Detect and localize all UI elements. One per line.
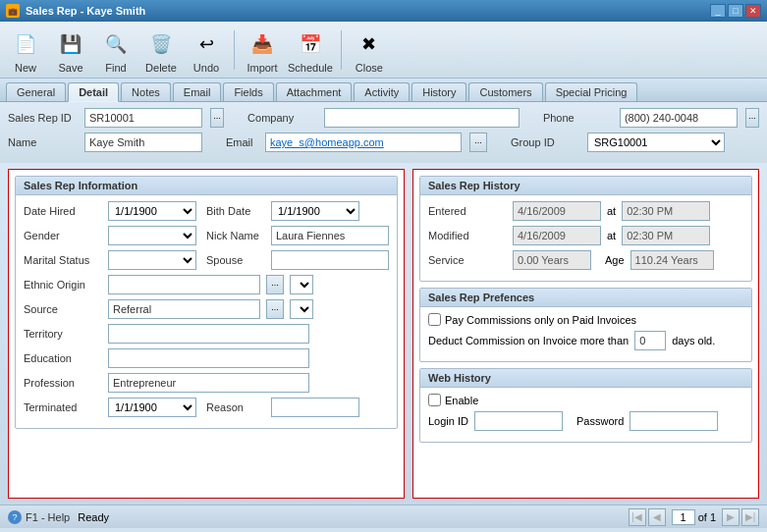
name-input[interactable] xyxy=(84,133,202,152)
name-label: Name xyxy=(8,136,77,148)
nick-name-input[interactable] xyxy=(271,226,389,245)
source-input[interactable] xyxy=(108,299,260,319)
nav-last-button[interactable]: ▶| xyxy=(741,508,759,526)
tab-fields[interactable]: Fields xyxy=(223,82,273,101)
modified-date-input xyxy=(513,226,601,245)
password-input[interactable] xyxy=(630,411,718,431)
status-bar: ? F1 - Help Ready |◀ ◀ of 1 ▶ ▶| xyxy=(0,505,767,528)
tab-detail[interactable]: Detail xyxy=(68,82,119,102)
spouse-label: Spouse xyxy=(206,254,265,266)
birth-date-label: Bith Date xyxy=(206,205,265,217)
maximize-button[interactable]: □ xyxy=(728,4,743,18)
tab-special-pricing[interactable]: Special Pricing xyxy=(545,82,638,101)
phone-dots-button[interactable]: ··· xyxy=(745,108,759,128)
tab-history[interactable]: History xyxy=(411,82,466,101)
email-label: Email xyxy=(226,136,257,148)
delete-button[interactable]: 🗑️ Delete xyxy=(141,28,181,74)
sales-rep-history-section: Sales Rep History Entered at Modified at… xyxy=(419,176,752,282)
main-content: Sales Rep Information Date Hired 1/1/190… xyxy=(0,163,767,505)
sales-rep-id-label: Sales Rep ID xyxy=(8,112,77,124)
undo-button[interactable]: ↩ Undo xyxy=(187,28,226,74)
phone-label: Phone xyxy=(543,112,612,124)
tab-email[interactable]: Email xyxy=(173,82,222,101)
entered-at-label: at xyxy=(607,205,616,217)
service-input xyxy=(513,250,591,270)
terminated-select[interactable]: 1/1/1900 xyxy=(108,398,196,417)
source-label: Source xyxy=(24,303,102,315)
modified-at-label: at xyxy=(607,230,616,241)
tab-general[interactable]: General xyxy=(6,82,66,101)
ethnic-origin-dots-button[interactable]: ··· xyxy=(266,275,284,294)
marital-status-label: Marital Status xyxy=(24,254,102,266)
gender-label: Gender xyxy=(24,230,102,241)
source-select[interactable]: ▼ xyxy=(290,299,313,319)
sales-rep-id-dots-button[interactable]: ··· xyxy=(210,108,224,128)
password-label: Password xyxy=(576,415,624,427)
sales-rep-id-input[interactable] xyxy=(84,108,202,128)
sales-rep-preferences-header: Sales Rep Prefences xyxy=(420,289,751,307)
reason-input[interactable] xyxy=(271,398,359,417)
ethnic-origin-select[interactable]: ▼ xyxy=(290,275,313,294)
reason-label: Reason xyxy=(206,401,265,413)
ethnic-origin-input[interactable] xyxy=(108,275,260,294)
email-dots-button[interactable]: ··· xyxy=(469,133,487,152)
marital-status-select[interactable] xyxy=(108,250,196,270)
web-history-section: Web History Enable Login ID Password xyxy=(419,368,752,443)
email-link[interactable]: kaye_s@homeapp.com xyxy=(265,133,462,152)
spouse-input[interactable] xyxy=(271,250,389,270)
nick-name-label: Nick Name xyxy=(206,230,265,241)
ethnic-origin-label: Ethnic Origin xyxy=(24,279,102,291)
page-total: 1 xyxy=(710,511,716,523)
territory-input[interactable] xyxy=(108,324,309,344)
close-toolbar-icon: ✖ xyxy=(354,28,385,60)
form-area: Sales Rep ID ··· Company Phone ··· Name … xyxy=(0,102,767,163)
save-button[interactable]: 💾 Save xyxy=(51,28,90,74)
navigation-controls: |◀ ◀ of 1 ▶ ▶| xyxy=(629,508,759,526)
new-button[interactable]: 📄 New xyxy=(6,28,45,74)
education-input[interactable] xyxy=(108,348,309,368)
new-icon: 📄 xyxy=(10,28,41,60)
app-icon: 💼 xyxy=(6,4,20,18)
minimize-button[interactable]: _ xyxy=(710,4,726,18)
help-icon: ? xyxy=(8,510,22,524)
help-key-label: F1 - Help xyxy=(26,511,70,523)
undo-icon: ↩ xyxy=(191,28,222,60)
date-hired-select[interactable]: 1/1/1900 xyxy=(108,201,196,221)
deduct-days-input[interactable] xyxy=(634,331,666,350)
profession-input[interactable] xyxy=(108,373,309,393)
group-id-select[interactable]: SRG10001 xyxy=(587,133,725,152)
territory-label: Territory xyxy=(24,328,102,340)
help-section: ? F1 - Help xyxy=(8,510,70,524)
web-history-enable-checkbox[interactable] xyxy=(428,394,441,406)
nav-next-button[interactable]: ▶ xyxy=(722,508,740,526)
of-label: of xyxy=(698,511,707,523)
web-history-header: Web History xyxy=(420,369,751,388)
modified-time-input xyxy=(622,226,710,245)
save-icon: 💾 xyxy=(55,28,86,60)
tab-attachment[interactable]: Attachment xyxy=(276,82,353,101)
page-number-input[interactable] xyxy=(672,509,695,525)
import-button[interactable]: 📥 Import xyxy=(243,28,282,74)
schedule-button[interactable]: 📅 Schedule xyxy=(288,28,333,74)
tab-activity[interactable]: Activity xyxy=(354,82,410,101)
login-id-input[interactable] xyxy=(474,411,563,431)
close-button[interactable]: ✕ xyxy=(745,4,761,18)
tab-customers[interactable]: Customers xyxy=(468,82,542,101)
find-button[interactable]: 🔍 Find xyxy=(96,28,136,74)
birth-date-select[interactable]: 1/1/1900 xyxy=(271,201,359,221)
company-input[interactable] xyxy=(324,108,520,128)
toolbar: 📄 New 💾 Save 🔍 Find 🗑️ Delete ↩ Undo 📥 I… xyxy=(0,22,767,79)
nav-prev-button[interactable]: ◀ xyxy=(648,508,666,526)
gender-select[interactable] xyxy=(108,226,196,245)
phone-input[interactable] xyxy=(620,108,738,128)
pay-commissions-checkbox[interactable] xyxy=(428,313,441,326)
sales-rep-info-header: Sales Rep Information xyxy=(16,177,397,195)
source-dots-button[interactable]: ··· xyxy=(266,299,284,319)
close-toolbar-button[interactable]: ✖ Close xyxy=(350,28,389,74)
nav-first-button[interactable]: |◀ xyxy=(629,508,646,526)
toolbar-separator2 xyxy=(341,30,342,70)
tab-notes[interactable]: Notes xyxy=(121,82,171,101)
web-history-enable-label: Enable xyxy=(445,395,478,406)
age-input xyxy=(630,250,714,270)
right-panel: Sales Rep History Entered at Modified at… xyxy=(412,169,759,499)
